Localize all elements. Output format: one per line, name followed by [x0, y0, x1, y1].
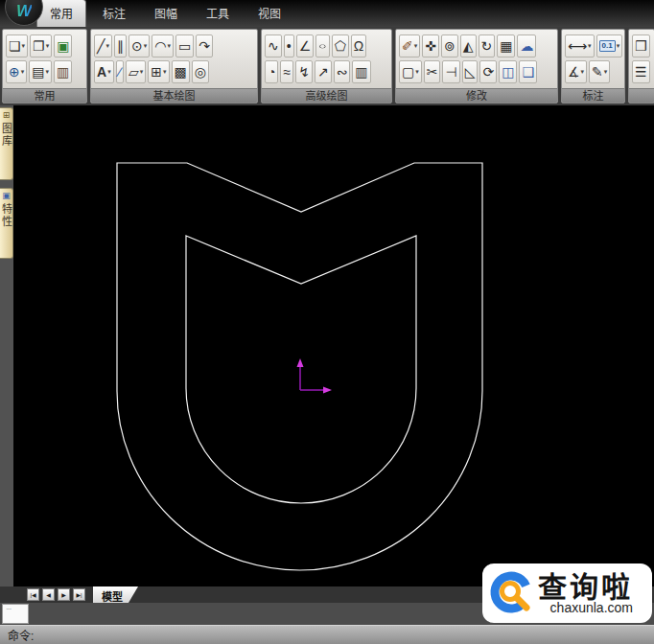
zoom-icon: ⊕ — [9, 65, 20, 79]
rotate-button[interactable]: ↻ — [479, 34, 496, 58]
properties-icon: ▣ — [2, 192, 11, 200]
copy-object-button[interactable]: ⊚ — [441, 34, 458, 58]
extend-button[interactable]: ⊣ — [442, 60, 459, 83]
dropdown-arrow-icon[interactable]: ▾ — [21, 68, 25, 76]
rotate-copy-icon: ⟳ — [482, 65, 494, 79]
wave-line-icon: ≈ — [283, 65, 291, 79]
circle-tool[interactable]: ⊙▾ — [128, 34, 150, 58]
last-sheet-button[interactable]: ▶| — [73, 588, 85, 601]
dropdown-arrow-icon[interactable]: ▾ — [46, 42, 50, 50]
wheel-icon: ▱ — [128, 65, 139, 79]
block-edit-button[interactable]: ❒ — [632, 34, 650, 58]
dropdown-arrow-icon[interactable]: ▾ — [581, 68, 585, 76]
watermark-domain: chaxunla.com — [550, 600, 633, 615]
scale-button[interactable]: ▢▾ — [399, 60, 422, 83]
ribbon-row: ⊕▾▤▾▥ — [6, 60, 83, 83]
fillet-button[interactable]: ❑ — [519, 60, 537, 83]
arrow-tool[interactable]: ↗ — [315, 60, 332, 83]
erase-button[interactable]: ✐▾ — [399, 34, 420, 58]
command-prompt-bar[interactable]: 命令: — [0, 625, 654, 644]
ole-view-button[interactable]: ▣ — [54, 34, 72, 58]
side-tab-library[interactable]: ⊞图库 — [0, 107, 13, 180]
dropdown-arrow-icon[interactable]: ▾ — [105, 42, 109, 50]
line-tool[interactable]: ╱▾ — [94, 34, 112, 58]
prev-sheet-button[interactable]: ◀ — [42, 588, 55, 601]
print-button[interactable]: ▤▾ — [29, 60, 52, 83]
dropdown-arrow-icon[interactable]: ▾ — [604, 68, 608, 76]
model-tab[interactable]: 模型 — [93, 586, 138, 603]
dropdown-arrow-icon[interactable]: ▾ — [163, 68, 167, 76]
ribbon-group-adv-draw-label: 高级绘图 — [262, 88, 391, 103]
menu-tab-home[interactable]: 常用 — [36, 0, 86, 27]
break-line-tool[interactable]: ↯ — [295, 60, 313, 83]
dropdown-arrow-icon[interactable]: ▾ — [414, 42, 418, 50]
side-tab-properties[interactable]: ▣特性 — [0, 188, 13, 259]
parallel-tool[interactable]: ∥ — [114, 34, 127, 58]
arc-tool[interactable]: ◠▾ — [152, 34, 174, 58]
zoom-button[interactable]: ⊕▾ — [6, 60, 27, 83]
point-tool[interactable]: • — [284, 34, 294, 58]
ribbon-row: ╱▾∥⊙▾◠▾▭↷ — [94, 34, 254, 58]
tolerance-button[interactable]: 0.1▾ — [596, 34, 623, 58]
block-tool[interactable]: ▥ — [352, 60, 370, 83]
axis-tool[interactable]: ∠ — [296, 34, 315, 58]
menu-button[interactable]: ☰ — [632, 60, 650, 83]
wheel-tool[interactable]: ▱▾ — [126, 60, 146, 83]
section-tool[interactable]: ◔ — [265, 60, 278, 83]
copy-button[interactable]: ❐▾ — [30, 34, 52, 58]
dim-edit-button[interactable]: ✎▾ — [589, 60, 610, 83]
menu-tab-frame[interactable]: 图幅 — [142, 0, 190, 27]
dropdown-arrow-icon[interactable]: ▾ — [140, 68, 144, 76]
chamfer-button[interactable]: ◺ — [462, 60, 479, 83]
dropdown-arrow-icon[interactable]: ▾ — [617, 42, 620, 50]
trim-button[interactable]: ✂ — [424, 60, 441, 83]
dropdown-arrow-icon[interactable]: ▾ — [167, 42, 171, 50]
coordinate-dim-button[interactable]: ∡▾ — [565, 60, 587, 83]
command-panel-drag-handle[interactable]: ···· — [2, 604, 29, 624]
rectangle-tool[interactable]: ▭ — [175, 34, 194, 58]
dropdown-arrow-icon[interactable]: ▾ — [144, 42, 148, 50]
trim-icon: ✂ — [427, 65, 438, 79]
dropdown-arrow-icon[interactable]: ▾ — [22, 42, 26, 50]
mirror-button[interactable]: ◭ — [460, 34, 477, 58]
rotate-copy-button[interactable]: ⟳ — [479, 60, 497, 83]
paste-button[interactable]: ❏▾ — [6, 34, 28, 58]
polyline-tool[interactable]: ↷ — [196, 34, 213, 58]
spline-tool[interactable]: ∿ — [265, 34, 282, 58]
ladder-tool[interactable]: ⊞▾ — [148, 60, 169, 83]
display-button[interactable]: ▥ — [54, 60, 72, 83]
drawing-canvas[interactable] — [13, 105, 654, 586]
parallel-icon: ∥ — [117, 39, 124, 53]
ribbon-row: ⟷▾0.1▾ — [565, 34, 621, 58]
grid-tool[interactable]: ▩ — [172, 60, 190, 83]
ellipse-tool[interactable]: ○ — [315, 34, 329, 58]
text-tool[interactable]: A▾ — [94, 60, 114, 83]
move-button[interactable]: ✜ — [422, 34, 439, 58]
ladder-icon: ⊞ — [151, 65, 162, 79]
dropdown-arrow-icon[interactable]: ▾ — [588, 42, 592, 50]
dropdown-arrow-icon[interactable]: ▾ — [107, 68, 111, 76]
balloon-tool[interactable]: Ω — [351, 34, 366, 58]
point-icon: • — [287, 39, 292, 53]
ribbon-group-overflow: ❒☰ — [628, 29, 654, 104]
watermark-text: 查询啦 chaxunla.com — [538, 571, 633, 615]
menu-tab-view[interactable]: 视图 — [245, 0, 293, 27]
wave-line-tool[interactable]: ≈ — [280, 60, 293, 83]
polygon-tool[interactable]: ⬠ — [332, 34, 349, 58]
dropdown-arrow-icon[interactable]: ▾ — [45, 68, 49, 76]
first-sheet-button[interactable]: |◀ — [27, 588, 39, 601]
stretch-button[interactable]: ☁ — [517, 34, 536, 58]
region-tool[interactable]: ◎ — [192, 60, 209, 83]
explode-button[interactable]: ◫ — [499, 60, 517, 83]
ribbon-row: ❒ — [632, 34, 651, 58]
dropdown-arrow-icon[interactable]: ▾ — [415, 68, 419, 76]
ribbon-group-common: ❏▾❐▾▣⊕▾▤▾▥常用 — [2, 29, 87, 104]
menu-tab-tools[interactable]: 工具 — [194, 0, 242, 27]
next-sheet-button[interactable]: ▶ — [58, 588, 70, 601]
contour-tool[interactable]: ∾ — [334, 60, 351, 83]
hatch-line-icon: ∕ — [119, 65, 121, 79]
menu-tab-dimension[interactable]: 标注 — [90, 0, 138, 27]
hatch-line-tool[interactable]: ∕ — [116, 60, 124, 83]
array-button[interactable]: ▦ — [497, 34, 515, 58]
dimension-button[interactable]: ⟷▾ — [565, 34, 595, 58]
